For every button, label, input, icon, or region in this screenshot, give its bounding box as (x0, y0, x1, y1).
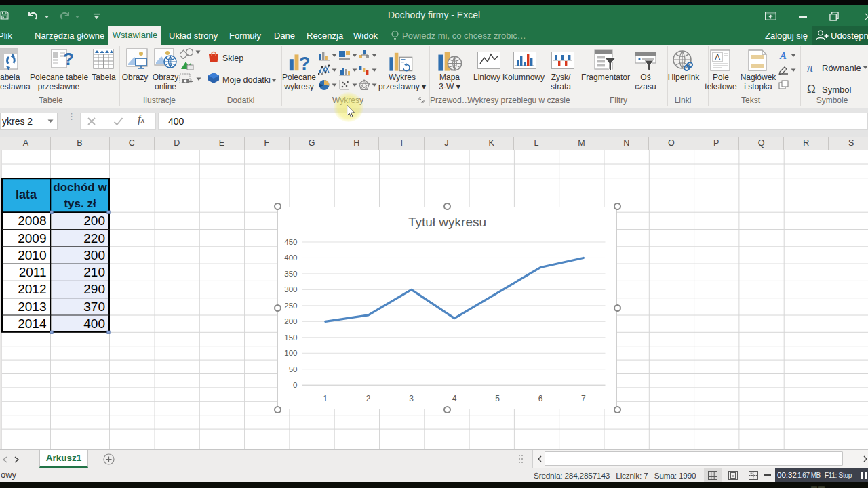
svg-text:?: ? (63, 49, 74, 69)
svg-text:A: A (779, 50, 787, 60)
svg-text:A: A (715, 52, 721, 62)
svg-text:?: ? (299, 53, 311, 74)
